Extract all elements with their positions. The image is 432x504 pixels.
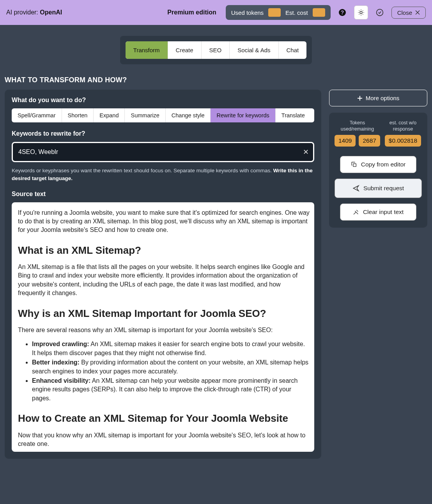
subtab-expand[interactable]: Expand (94, 108, 125, 122)
list-item: Better indexing: By providing informatio… (32, 358, 310, 376)
svg-line-6 (363, 14, 363, 14)
left-panel: What do you want to do? Spell/Grammar Sh… (5, 90, 321, 459)
source-content: If you're running a Joomla website, you … (18, 209, 310, 452)
subtab-rewrite-keywords[interactable]: Rewrite for keywords (211, 108, 275, 122)
tokens-remaining-value: 2687 (359, 135, 380, 147)
cost-value: $0.002818 (385, 135, 421, 147)
keywords-label: Keywords to rewrite for? (12, 130, 314, 137)
right-panel: More options Tokens used/remaining 1409 … (329, 90, 427, 459)
ai-provider-label: AI provider: OpenAI (6, 9, 62, 16)
list-item: Enhanced visibility: An XML sitemap can … (32, 377, 310, 403)
close-button[interactable]: Close (391, 7, 426, 19)
stats-row: Tokens used/remaining 1409 2687 est. cos… (335, 120, 422, 147)
est-cost-value (313, 8, 325, 17)
copy-from-editor-button[interactable]: Copy from editor (340, 156, 416, 173)
source-h-what: What is an XML Sitemap? (18, 243, 310, 257)
svg-rect-16 (353, 164, 356, 166)
check-icon[interactable] (373, 5, 387, 19)
svg-line-10 (363, 11, 363, 11)
stat-cost: est. cost w/o response $0.002818 (384, 120, 422, 147)
submit-request-button[interactable]: Submit request (335, 179, 422, 198)
source-reasons-list: Improved crawling: An XML sitemap makes … (18, 340, 310, 403)
provider-name: OpenAI (40, 9, 62, 16)
keywords-hint: Keywords or keyphrases you want the rewr… (12, 167, 314, 183)
submit-label: Submit request (363, 185, 404, 192)
source-p-what: An XML sitemap is a file that lists all … (18, 263, 310, 298)
source-h-why: Why is an XML Sitemap Important for Joom… (18, 306, 310, 320)
subtab-shorten[interactable]: Shorten (62, 108, 94, 122)
subtab-summarize[interactable]: Summarize (125, 108, 165, 122)
source-p-why: There are several reasons why an XML sit… (18, 326, 310, 334)
tokens-label: Tokens used/remaining (335, 120, 380, 133)
close-label: Close (397, 9, 412, 16)
source-h-how: How to Create an XML Sitemap for Your Jo… (18, 411, 310, 425)
clear-keywords-icon[interactable]: ✕ (303, 148, 309, 156)
svg-point-2 (360, 11, 362, 14)
tab-seo[interactable]: SEO (202, 41, 230, 59)
hint-plain: Keywords or keyphrases you want the rewr… (12, 168, 273, 173)
premium-edition-label: Premium edition (167, 9, 216, 16)
svg-line-9 (359, 14, 359, 14)
cost-label: est. cost w/o response (384, 120, 422, 133)
stats-box: Tokens used/remaining 1409 2687 est. cos… (329, 113, 427, 228)
what-to-do-label: What do you want to do? (12, 97, 314, 104)
theme-toggle-icon[interactable] (354, 5, 368, 19)
tab-social-ads[interactable]: Social & Ads (230, 41, 278, 59)
help-icon[interactable]: ? (335, 5, 349, 19)
copy-label: Copy from editor (361, 161, 406, 168)
more-options-button[interactable]: More options (329, 90, 427, 106)
main-nav-tabs: Transform Create SEO Social & Ads Chat (126, 41, 306, 59)
svg-point-11 (376, 9, 383, 16)
stat-tokens: Tokens used/remaining 1409 2687 (335, 120, 380, 147)
tab-create[interactable]: Create (168, 41, 202, 59)
clear-label: Clear input text (363, 209, 404, 216)
svg-line-5 (359, 11, 359, 11)
main-nav-box: Transform Create SEO Social & Ads Chat (120, 36, 312, 64)
action-tabs: Spell/Grammar Shorten Expand Summarize C… (12, 108, 314, 122)
source-text-box[interactable]: If you're running a Joomla website, you … (12, 202, 314, 452)
source-intro: If you're running a Joomla website, you … (18, 209, 310, 235)
source-p-how: Now that you know why an XML sitemap is … (18, 431, 310, 449)
used-tokens-label: Used tokens (231, 9, 264, 16)
subtab-change-style[interactable]: Change style (166, 108, 211, 122)
more-options-label: More options (366, 95, 400, 101)
tab-transform[interactable]: Transform (126, 41, 168, 59)
clear-input-button[interactable]: Clear input text (340, 203, 416, 221)
list-item: Improved crawling: An XML sitemap makes … (32, 340, 310, 357)
keywords-input[interactable] (12, 142, 314, 162)
top-bar: AI provider: OpenAI Premium edition Used… (0, 0, 432, 25)
provider-prefix: AI provider: (6, 9, 40, 16)
est-cost-label: Est. cost (285, 9, 308, 16)
tab-chat[interactable]: Chat (279, 41, 307, 59)
svg-text:?: ? (340, 9, 344, 16)
section-title: WHAT TO TRANSFORM AND HOW? (5, 76, 429, 84)
tokens-used-value: 1409 (335, 135, 356, 147)
source-text-label: Source text (12, 191, 314, 198)
token-cost-box: Used tokens Est. cost (226, 5, 331, 20)
subtab-spell-grammar[interactable]: Spell/Grammar (12, 108, 62, 122)
subtab-translate[interactable]: Translate (276, 108, 311, 122)
used-tokens-value (268, 8, 281, 17)
